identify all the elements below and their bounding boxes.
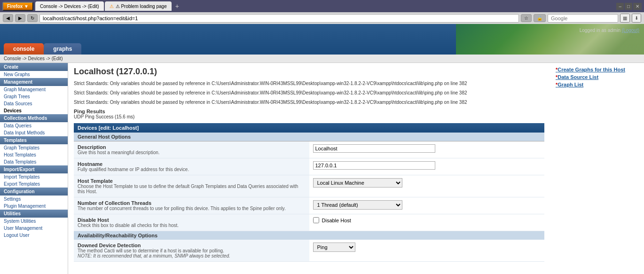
error-message-2: Strict Standards: Only variables should …: [74, 90, 544, 96]
downed-detection-select[interactable]: Ping: [313, 243, 355, 252]
sidebar-item-devices[interactable]: Devices: [0, 107, 68, 114]
ssl-button[interactable]: 🔒: [534, 14, 546, 22]
sidebar-item-graph-management[interactable]: Graph Management: [0, 86, 68, 93]
sidebar-item-data-queries[interactable]: Data Queries: [0, 122, 68, 129]
ping-section: Ping Results UDP Ping Success (15.6 ms): [74, 109, 544, 119]
ping-result: UDP Ping Success (15.6 ms): [74, 114, 544, 119]
download-button[interactable]: ⬇: [632, 14, 641, 23]
console-tab-label: console: [13, 46, 34, 52]
disable-host-checkbox[interactable]: [313, 217, 319, 223]
description-label: Description: [78, 144, 306, 150]
tab-bar: Console -> Devices -> (Edit) ⚠ ⚠ Problem…: [35, 1, 614, 11]
hostname-row: Hostname Fully qualified hostname or IP …: [74, 158, 544, 175]
search-input[interactable]: [548, 14, 618, 23]
sidebar-item-settings[interactable]: Settings: [0, 196, 68, 203]
sidebar-item-host-templates[interactable]: Host Templates: [0, 151, 68, 158]
window-controls: – □ ✕: [616, 3, 642, 10]
disable-host-label-cell: Disable Host Check this box to disable a…: [74, 214, 309, 231]
general-options-header: General Host Options: [74, 133, 544, 141]
logged-in-info: Logged in as admin (Logout): [580, 28, 639, 33]
sidebar-management-header: Management: [0, 78, 68, 86]
browser-chrome: Firefox ▼ Console -> Devices -> (Edit) ⚠…: [0, 0, 644, 12]
sidebar-item-logout-user[interactable]: Logout User: [0, 232, 68, 239]
refresh-button[interactable]: ↻: [27, 14, 38, 22]
page-title: Localhost (127.0.0.1): [74, 67, 544, 77]
downed-detection-label: Downed Device Detection: [78, 243, 306, 248]
close-button[interactable]: ✕: [633, 3, 642, 10]
sidebar-item-system-utilities[interactable]: System Utilities: [0, 218, 68, 225]
hostname-input-cell: [309, 158, 545, 175]
description-label-cell: Description Give this host a meaningful …: [74, 141, 309, 158]
sidebar-item-plugin-management[interactable]: Plugin Management: [0, 203, 68, 210]
hostname-input[interactable]: [313, 161, 435, 170]
downed-detection-row: Downed Device Detection The method Cacti…: [74, 240, 544, 262]
breadcrumb: Console -> Devices -> (Edit): [0, 55, 644, 63]
graph-list-link[interactable]: *Graph List: [556, 82, 638, 87]
description-input-cell: [309, 141, 545, 158]
sidebar-item-data-templates[interactable]: Data Templates: [0, 158, 68, 165]
main-content: Localhost (127.0.0.1) Strict Standards: …: [68, 63, 550, 274]
create-graphs-label: Create Graphs for this Host: [558, 67, 625, 72]
main-layout: Create New Graphs Management Graph Manag…: [0, 63, 644, 274]
host-template-select[interactable]: Local Linux Machine: [313, 178, 402, 188]
collection-threads-row: Number of Collection Threads The number …: [74, 197, 544, 214]
logout-link[interactable]: (Logout): [622, 28, 639, 33]
sidebar-item-graph-templates[interactable]: Graph Templates: [0, 144, 68, 151]
sidebar-item-export-templates[interactable]: Export Templates: [0, 180, 68, 188]
downed-detection-note: NOTE: It is recommended that, at a minim…: [78, 253, 306, 258]
error-message-1: Strict Standards: Only variables should …: [74, 80, 544, 87]
new-tab-button[interactable]: +: [173, 1, 182, 11]
data-source-label: Data Source List: [558, 74, 598, 80]
url-input[interactable]: [39, 14, 519, 23]
host-template-desc: Choose the Host Template to use to defin…: [78, 184, 306, 194]
sidebar-item-data-sources[interactable]: Data Sources: [0, 100, 68, 107]
sidebar-configuration-header: Configuration: [0, 188, 68, 196]
sidebar-collection-header: Collection Methods: [0, 114, 68, 122]
create-graphs-link[interactable]: *Create Graphs for this Host: [556, 67, 638, 72]
sidebar: Create New Graphs Management Graph Manag…: [0, 63, 68, 274]
hostname-label: Hostname: [78, 161, 306, 167]
sidebar-item-data-input-methods[interactable]: Data Input Methods: [0, 129, 68, 136]
downed-detection-label-cell: Downed Device Detection The method Cacti…: [74, 240, 309, 262]
bookmark-star[interactable]: ☆: [521, 14, 532, 22]
bookmarks-button[interactable]: ▦: [620, 14, 630, 23]
description-input[interactable]: [313, 144, 435, 153]
sidebar-templates-header: Templates: [0, 136, 68, 144]
downed-detection-desc: The method Cacti will use to determine i…: [78, 248, 306, 253]
tab-2[interactable]: ⚠ ⚠ Problem loading page: [105, 1, 172, 11]
sidebar-item-graph-trees[interactable]: Graph Trees: [0, 93, 68, 100]
disable-host-checkbox-label: Disable Host: [322, 218, 351, 223]
error-message-3: Strict Standards: Only variables should …: [74, 99, 544, 106]
tab-1[interactable]: Console -> Devices -> (Edit): [35, 1, 104, 11]
disable-host-checkbox-cell: Disable Host: [309, 214, 545, 231]
back-button[interactable]: ◀: [3, 14, 13, 22]
sidebar-item-new-graphs[interactable]: New Graphs: [0, 71, 68, 78]
firefox-button[interactable]: Firefox ▼: [2, 2, 33, 11]
ping-title: Ping Results: [74, 109, 544, 114]
sidebar-create-header: Create: [0, 63, 68, 71]
tab-2-label: ⚠ Problem loading page: [116, 4, 167, 9]
logged-in-text: Logged in as admin: [580, 28, 620, 33]
collection-threads-desc: The number of concurrent threads to use …: [78, 206, 306, 211]
disable-host-row: Disable Host Check this box to disable a…: [74, 214, 544, 231]
form-table: Description Give this host a meaningful …: [74, 141, 544, 231]
disable-host-checkbox-row: Disable Host: [313, 217, 541, 223]
minimize-button[interactable]: –: [616, 3, 624, 10]
downed-detection-select-cell: Ping: [309, 240, 545, 262]
maximize-button[interactable]: □: [625, 3, 632, 10]
section-bar: Devices [edit: Localhost]: [74, 123, 544, 133]
disable-host-desc: Check this box to disable all checks for…: [78, 223, 306, 228]
forward-button[interactable]: ▶: [15, 14, 25, 22]
availability-header: Availability/Reachability Options: [74, 231, 544, 240]
sidebar-item-user-management[interactable]: User Management: [0, 225, 68, 232]
console-tab[interactable]: console: [4, 43, 44, 55]
data-source-link[interactable]: *Data Source List: [556, 74, 638, 80]
graphs-tab-label: graphs: [53, 46, 72, 52]
sidebar-item-import-templates[interactable]: Import Templates: [0, 173, 68, 180]
availability-form-table: Downed Device Detection The method Cacti…: [74, 240, 544, 262]
sidebar-import-export-header: Import/Export: [0, 165, 68, 173]
host-template-label-cell: Host Template Choose the Host Template t…: [74, 175, 309, 197]
graphs-tab[interactable]: graphs: [44, 43, 81, 55]
disable-host-label: Disable Host: [78, 217, 306, 223]
collection-threads-select[interactable]: 1 Thread (default): [313, 200, 402, 210]
